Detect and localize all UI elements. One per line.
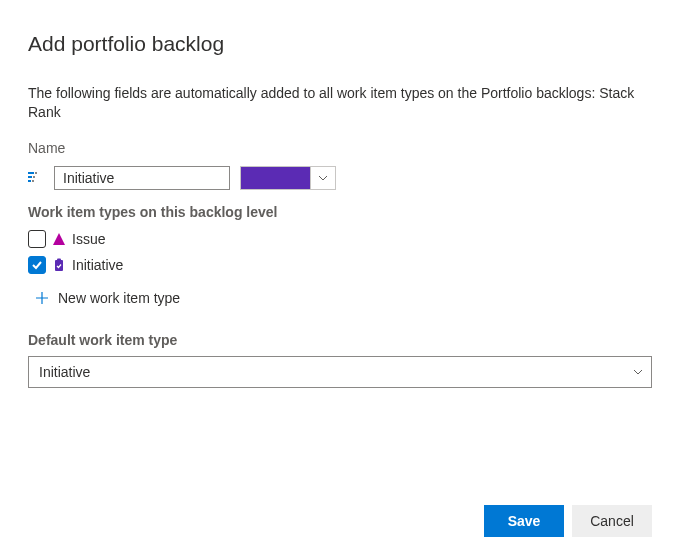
svg-rect-5 <box>32 180 34 182</box>
svg-rect-6 <box>55 260 63 271</box>
wit-label-initiative: Initiative <box>72 257 123 273</box>
dialog-footer: Save Cancel <box>484 505 652 537</box>
wit-section-label: Work item types on this backlog level <box>28 204 652 220</box>
dialog-title: Add portfolio backlog <box>28 32 652 56</box>
wit-row-initiative: Initiative <box>28 252 652 278</box>
chevron-down-icon <box>311 167 335 189</box>
svg-rect-3 <box>35 172 37 174</box>
checkbox-issue[interactable] <box>28 230 46 248</box>
add-portfolio-backlog-dialog: Add portfolio backlog The following fiel… <box>0 0 680 555</box>
wit-row-issue: Issue <box>28 226 652 252</box>
wit-label-issue: Issue <box>72 231 105 247</box>
svg-rect-0 <box>28 172 34 174</box>
dialog-description: The following fields are automatically a… <box>28 84 652 122</box>
plus-icon <box>34 290 50 306</box>
initiative-icon <box>52 258 66 272</box>
checkbox-initiative[interactable] <box>28 256 46 274</box>
svg-rect-2 <box>28 180 31 182</box>
issue-icon <box>52 232 66 246</box>
add-wit-label: New work item type <box>58 290 180 306</box>
svg-rect-7 <box>57 258 61 261</box>
name-row <box>28 166 652 190</box>
default-type-select[interactable]: Initiative <box>28 356 652 388</box>
svg-rect-4 <box>33 176 35 178</box>
cancel-button[interactable]: Cancel <box>572 505 652 537</box>
color-swatch <box>241 167 311 189</box>
svg-rect-1 <box>28 176 32 178</box>
name-input[interactable] <box>54 166 230 190</box>
color-picker[interactable] <box>240 166 336 190</box>
add-work-item-type-button[interactable]: New work item type <box>34 286 652 310</box>
default-type-label: Default work item type <box>28 332 652 348</box>
chevron-down-icon <box>633 364 643 380</box>
save-button[interactable]: Save <box>484 505 564 537</box>
default-type-value: Initiative <box>39 364 90 380</box>
name-label: Name <box>28 140 652 156</box>
backlog-level-icon <box>28 170 44 186</box>
